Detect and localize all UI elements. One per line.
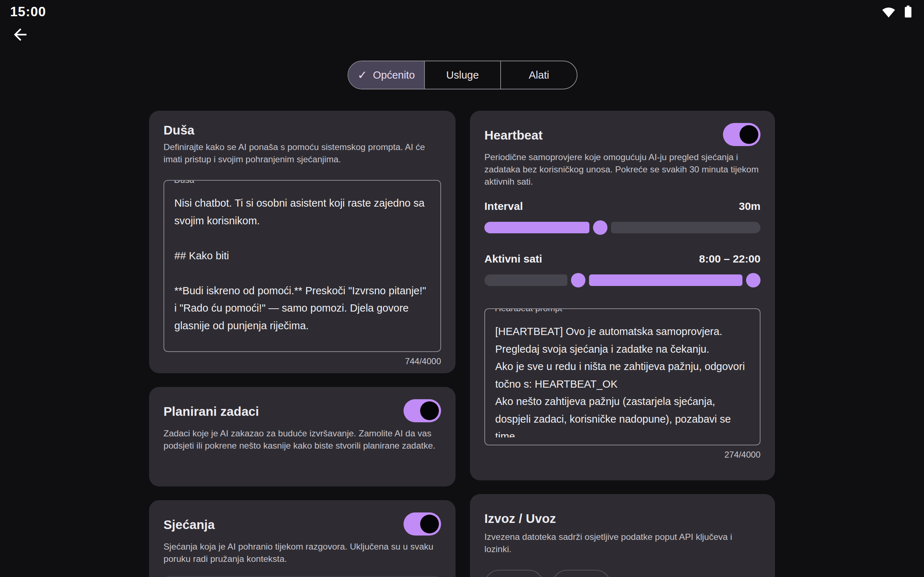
status-time: 15:00 <box>10 4 46 19</box>
tab-label: Alati <box>529 69 549 81</box>
active-hours-range-slider[interactable] <box>485 272 761 288</box>
heartbeat-description: Periodične samoprovjere koje omogućuju A… <box>485 151 761 188</box>
tab-label: Općenito <box>373 69 415 81</box>
battery-icon <box>900 3 916 21</box>
sjecanja-card: Sjećanja Sjećanja koja je AI pohranio ti… <box>149 500 456 577</box>
dusa-field-label: Duša <box>171 180 197 185</box>
export-button[interactable]: Izvoz <box>485 570 544 577</box>
heartbeat-title: Heartbeat <box>485 128 543 142</box>
range-start-thumb[interactable] <box>571 273 585 287</box>
tab-usluge[interactable]: Usluge <box>424 61 501 89</box>
arrow-back-icon <box>11 25 30 45</box>
slider-fill <box>485 222 590 233</box>
heartbeat-prompt-value: [HEARTBEAT] Ovo je automatska samoprovje… <box>495 323 750 437</box>
dusa-char-counter: 744/4000 <box>163 356 441 366</box>
heartbeat-prompt-label: Heartbeat prompt <box>492 308 565 313</box>
settings-tabs: ✓ Općenito Usluge Alati <box>347 61 577 89</box>
status-icons <box>881 3 916 21</box>
tab-label: Usluge <box>446 69 478 81</box>
heartbeat-toggle[interactable] <box>723 123 761 146</box>
interval-slider[interactable] <box>485 220 761 235</box>
toggle-knob <box>420 515 439 533</box>
heartbeat-card: Heartbeat Periodične samoprovjere koje o… <box>470 111 775 480</box>
import-button[interactable]: Uvoz <box>552 570 611 577</box>
izvoz-uvoz-card: Izvoz / Uvoz Izvezena datoteka sadrži os… <box>470 494 775 577</box>
check-icon: ✓ <box>357 68 367 82</box>
dusa-prompt-field[interactable]: Duša Nisi chatbot. Ti si osobni asistent… <box>163 180 441 352</box>
range-end-thumb[interactable] <box>746 273 761 287</box>
planirani-zadaci-toggle[interactable] <box>404 399 441 422</box>
planirani-zadaci-card: Planirani zadaci Zadaci koje je AI zakaz… <box>149 387 456 487</box>
izvoz-uvoz-description: Izvezena datoteka sadrži osjetljive poda… <box>485 531 761 555</box>
interval-value: 30m <box>739 200 761 213</box>
toggle-knob <box>420 401 439 420</box>
planirani-zadaci-description: Zadaci koje je AI zakazao za buduće izvr… <box>163 427 441 452</box>
tab-opcenito[interactable]: ✓ Općenito <box>348 61 424 89</box>
active-hours-value: 8:00 – 22:00 <box>699 253 761 265</box>
interval-label: Interval <box>485 200 523 213</box>
interval-slider-thumb[interactable] <box>593 220 607 235</box>
tab-alati[interactable]: Alati <box>500 61 577 89</box>
slider-fill <box>589 274 743 286</box>
sjecanja-toggle[interactable] <box>404 513 441 535</box>
izvoz-uvoz-title: Izvoz / Uvoz <box>485 511 761 526</box>
sjecanja-description: Sjećanja koja je AI pohranio tijekom raz… <box>163 541 441 565</box>
dusa-field-value: Nisi chatbot. Ti si osobni asistent koji… <box>174 194 430 344</box>
sjecanja-title: Sjećanja <box>163 517 215 532</box>
dusa-description: Definirajte kako se AI ponaša s pomoću s… <box>163 141 441 166</box>
back-button[interactable] <box>9 24 32 47</box>
heartbeat-char-counter: 274/4000 <box>485 450 761 460</box>
active-hours-label: Aktivni sati <box>485 253 542 265</box>
dusa-title: Duša <box>163 123 441 137</box>
toggle-knob <box>740 125 758 144</box>
slider-track <box>611 222 761 233</box>
slider-track <box>485 274 567 286</box>
dusa-card: Duša Definirajte kako se AI ponaša s pom… <box>149 111 456 373</box>
planirani-zadaci-title: Planirani zadaci <box>163 404 259 419</box>
wifi-icon <box>881 3 897 21</box>
heartbeat-prompt-field[interactable]: Heartbeat prompt [HEARTBEAT] Ovo je auto… <box>485 308 761 445</box>
